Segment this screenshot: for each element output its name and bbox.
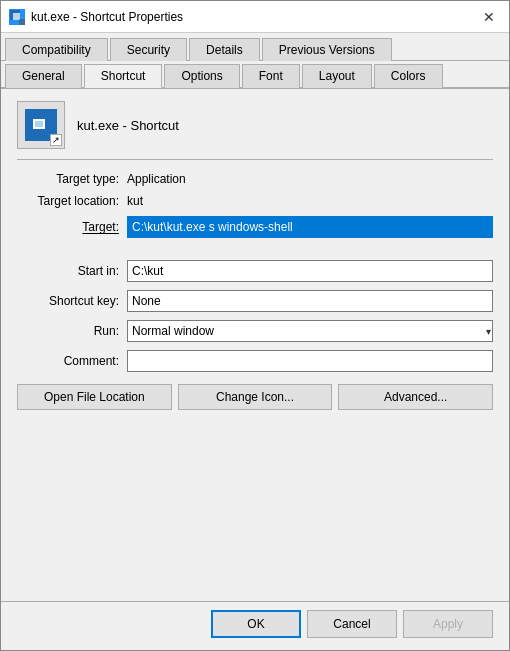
target-input[interactable] [127, 216, 493, 238]
tab-security[interactable]: Security [110, 38, 187, 61]
tab-previous-versions[interactable]: Previous Versions [262, 38, 392, 61]
open-file-location-button[interactable]: Open File Location [17, 384, 172, 410]
title-bar: kut.exe - Shortcut Properties ✕ [1, 1, 509, 33]
tabs-row-1: Compatibility Security Details Previous … [1, 33, 509, 61]
tab-general[interactable]: General [5, 64, 82, 88]
run-label: Run: [17, 324, 127, 338]
footer: OK Cancel Apply [1, 601, 509, 650]
tab-compatibility[interactable]: Compatibility [5, 38, 108, 61]
run-row: Run: Normal window Minimized Maximized ▾ [17, 320, 493, 342]
tab-colors[interactable]: Colors [374, 64, 443, 88]
shortcut-key-row: Shortcut key: [17, 290, 493, 312]
svg-rect-1 [13, 13, 20, 20]
close-button[interactable]: ✕ [477, 5, 501, 29]
tab-layout[interactable]: Layout [302, 64, 372, 88]
ok-button[interactable]: OK [211, 610, 301, 638]
target-row: Target: [17, 216, 493, 238]
shortcut-key-input[interactable] [127, 290, 493, 312]
action-buttons: Open File Location Change Icon... Advanc… [17, 384, 493, 410]
target-location-label: Target location: [17, 194, 127, 208]
app-header: ↗ kut.exe - Shortcut [17, 101, 493, 160]
tab-options[interactable]: Options [164, 64, 239, 88]
window-title: kut.exe - Shortcut Properties [31, 10, 477, 24]
apply-button[interactable]: Apply [403, 610, 493, 638]
tabs-row-2: General Shortcut Options Font Layout Col… [1, 61, 509, 89]
target-type-row: Target type: Application [17, 172, 493, 186]
tab-details[interactable]: Details [189, 38, 260, 61]
shortcut-arrow-icon: ↗ [50, 134, 62, 146]
start-in-row: Start in: [17, 260, 493, 282]
target-type-value: Application [127, 172, 186, 186]
target-label: Target: [17, 220, 127, 234]
start-in-input[interactable] [127, 260, 493, 282]
app-title: kut.exe - Shortcut [77, 118, 179, 133]
comment-input[interactable] [127, 350, 493, 372]
comment-label: Comment: [17, 354, 127, 368]
shortcut-key-label: Shortcut key: [17, 294, 127, 308]
target-type-label: Target type: [17, 172, 127, 186]
run-dropdown[interactable]: Normal window Minimized Maximized [127, 320, 493, 342]
change-icon-button[interactable]: Change Icon... [178, 384, 333, 410]
run-dropdown-wrapper: Normal window Minimized Maximized ▾ [127, 320, 493, 342]
tab-shortcut[interactable]: Shortcut [84, 64, 163, 88]
target-location-value: kut [127, 194, 143, 208]
start-in-label: Start in: [17, 264, 127, 278]
target-location-row: Target location: kut [17, 194, 493, 208]
tab-font[interactable]: Font [242, 64, 300, 88]
cancel-button[interactable]: Cancel [307, 610, 397, 638]
window: kut.exe - Shortcut Properties ✕ Compatib… [0, 0, 510, 651]
window-icon [9, 9, 25, 25]
content-area: ↗ kut.exe - Shortcut Target type: Applic… [1, 89, 509, 601]
svg-marker-2 [19, 19, 25, 25]
svg-rect-5 [35, 121, 43, 127]
app-icon-box: ↗ [17, 101, 65, 149]
advanced-button[interactable]: Advanced... [338, 384, 493, 410]
comment-row: Comment: [17, 350, 493, 372]
